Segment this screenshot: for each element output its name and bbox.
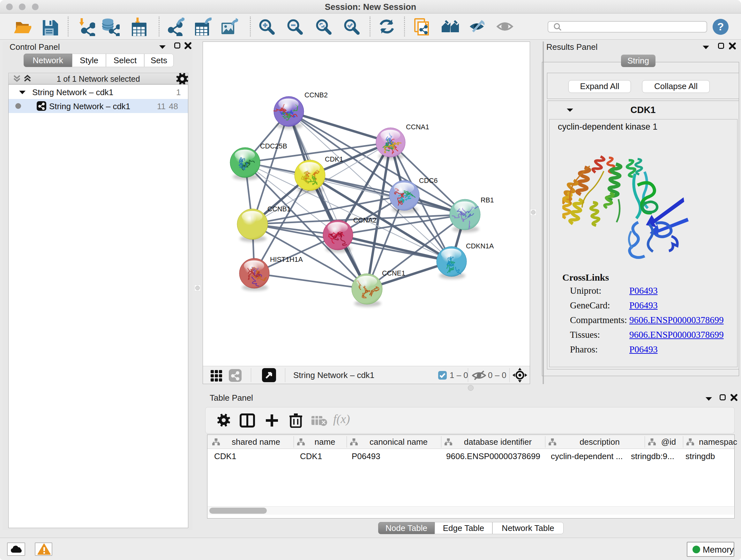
svg-text:RB1: RB1 [481, 196, 494, 204]
svg-text:CCNB1: CCNB1 [267, 205, 291, 213]
svg-text:CCNE1: CCNE1 [382, 269, 405, 277]
svg-text:CCNB2: CCNB2 [305, 91, 328, 99]
svg-text:CDC6: CDC6 [419, 177, 438, 185]
svg-text:?: ? [718, 20, 724, 33]
svg-text:CDC25B: CDC25B [260, 142, 287, 150]
svg-text:HIST1H1A: HIST1H1A [270, 256, 303, 263]
svg-text:CCNA2: CCNA2 [353, 216, 377, 224]
svg-text:CDKN1A: CDKN1A [466, 242, 494, 250]
svg-text:CDK1: CDK1 [325, 155, 343, 163]
svg-text:CCNA1: CCNA1 [406, 123, 429, 131]
